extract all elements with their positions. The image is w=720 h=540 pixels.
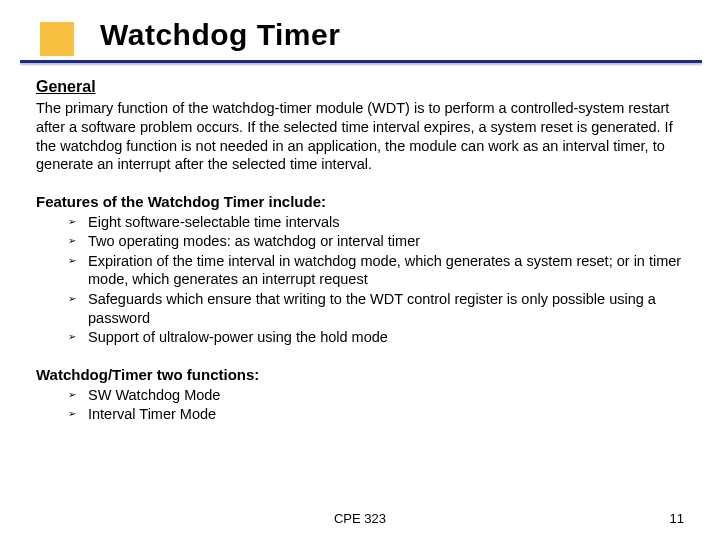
title-block: Watchdog Timer — [0, 0, 720, 63]
section-heading-general: General — [36, 77, 684, 97]
feature-item: Two operating modes: as watchdog or inte… — [88, 232, 684, 251]
feature-item: Eight software-selectable time intervals — [88, 213, 684, 232]
footer-course: CPE 323 — [334, 511, 386, 526]
feature-item: Safeguards which ensure that writing to … — [88, 290, 684, 327]
content-area: General The primary function of the watc… — [0, 63, 720, 424]
slide-title: Watchdog Timer — [100, 18, 720, 52]
functions-list: SW Watchdog Mode Interval Timer Mode — [36, 386, 684, 424]
intro-paragraph: The primary function of the watchdog-tim… — [36, 99, 684, 173]
function-item: SW Watchdog Mode — [88, 386, 684, 405]
functions-heading: Watchdog/Timer two functions: — [36, 365, 684, 384]
features-list: Eight software-selectable time intervals… — [36, 213, 684, 347]
feature-item: Expiration of the time interval in watch… — [88, 252, 684, 289]
function-item: Interval Timer Mode — [88, 405, 684, 424]
footer-page-number: 11 — [670, 511, 684, 526]
accent-square — [40, 22, 74, 56]
footer: CPE 323 11 — [0, 511, 720, 526]
features-heading: Features of the Watchdog Timer include: — [36, 192, 684, 211]
title-rule — [20, 60, 702, 63]
feature-item: Support of ultralow-power using the hold… — [88, 328, 684, 347]
